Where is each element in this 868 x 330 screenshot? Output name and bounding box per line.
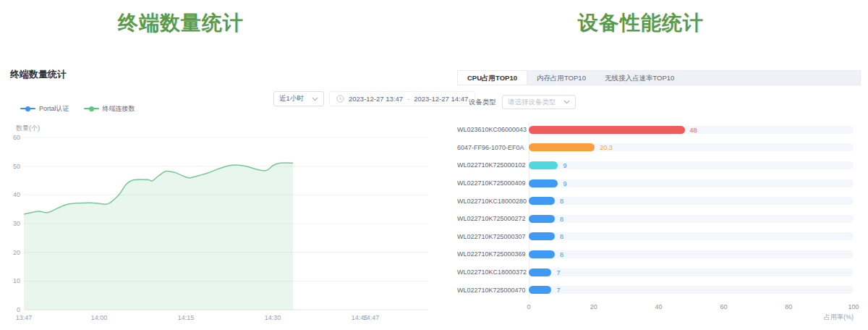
device-name-label: WL022710K725000102 <box>457 161 523 169</box>
x-tick-label: 14:30 <box>265 314 281 321</box>
bar-track: 8 <box>529 197 854 205</box>
chevron-down-icon <box>563 100 570 104</box>
page-title-terminal-stats: 终端数量统计 <box>118 9 244 37</box>
legend-item-terminal-connections[interactable]: 终端连接数 <box>84 104 135 114</box>
clock-icon <box>336 95 344 103</box>
x-tick-label: 20 <box>590 303 597 310</box>
time-range-select[interactable]: 近1小时 <box>273 91 324 106</box>
legend-label: 终端连接数 <box>103 104 135 114</box>
date-range-separator: - <box>407 95 409 103</box>
bar-value-label: 48 <box>690 127 697 134</box>
bar-row: WL022710K7250003698 <box>457 245 854 263</box>
x-tick-label: 14:00 <box>91 314 108 321</box>
bar-row: WL023610KC0600004348 <box>457 121 854 139</box>
bar-fill <box>529 215 555 223</box>
terminal-count-line-chart: 数量(个)010203040506013:4714:0014:1514:3014… <box>0 122 443 330</box>
bar-track: 8 <box>529 250 854 258</box>
bar-row: 6047-FF96-1070-EF0A20.3 <box>457 139 854 157</box>
bar-value-label: 8 <box>560 216 563 223</box>
bar-fill <box>529 126 685 134</box>
bar-fill <box>529 250 555 258</box>
bar-row: WL022710KC180002808 <box>457 192 854 210</box>
device-name-label: WL022710K725000470 <box>457 287 523 294</box>
y-axis-title: 数量(个) <box>16 124 40 132</box>
device-name-label: WL022710K725000307 <box>457 233 523 240</box>
bar-value-label: 7 <box>556 269 560 276</box>
device-name-label: WL023610KC06000043 <box>457 126 523 133</box>
device-name-label: WL022710KC18000372 <box>457 268 523 276</box>
date-range-picker[interactable]: 2023-12-27 13:47 - 2023-12-27 14:47 <box>329 91 475 106</box>
legend-dot-icon <box>25 106 30 111</box>
bar-row: WL022710K7250002728 <box>457 210 854 228</box>
bar-fill <box>529 232 555 240</box>
device-type-label: 设备类型 <box>469 98 496 107</box>
device-name-label: WL022710K725000409 <box>457 179 523 187</box>
bar-fill <box>529 179 558 187</box>
device-type-filter-row: 设备类型 请选择设备类型 <box>469 95 576 109</box>
x-tick-label: 0 <box>527 303 530 310</box>
bar-row: WL022710KC180003727 <box>457 263 854 282</box>
y-tick-label: 30 <box>13 220 20 227</box>
bar-value-label: 7 <box>556 287 560 294</box>
bar-track: 9 <box>529 161 854 169</box>
bar-track: 8 <box>529 215 854 223</box>
bar-fill <box>529 161 558 169</box>
bar-value-label: 8 <box>560 233 563 240</box>
x-tick-label: 40 <box>655 303 663 310</box>
bar-track: 7 <box>529 268 854 276</box>
bar-track: 7 <box>529 286 854 294</box>
tab-1-memory-top10[interactable]: 内存占用TOP10 <box>527 71 595 85</box>
terminal-connections-area <box>24 163 293 310</box>
tab-2-ap-rate-top10[interactable]: 无线接入点速率TOP10 <box>595 71 684 85</box>
cpu-top10-bar-chart: WL023610KC06000043486047-FF96-1070-EF0A2… <box>457 121 854 299</box>
bar-track: 48 <box>529 126 854 134</box>
x-tick-label: 13:47 <box>16 314 33 321</box>
bar-row: WL022710K7250004099 <box>457 174 854 192</box>
device-name-label: 6047-FF96-1070-EF0A <box>457 144 523 151</box>
y-tick-label: 60 <box>13 134 20 141</box>
time-range-value: 近1小时 <box>279 94 304 103</box>
bar-value-label: 8 <box>560 198 563 205</box>
page-title-device-performance: 设备性能统计 <box>578 9 704 37</box>
bar-value-label: 9 <box>563 162 566 169</box>
x-tick-label: 100 <box>848 303 859 310</box>
bar-track: 8 <box>529 232 854 240</box>
performance-tabs: CPU占用TOP10内存占用TOP10无线接入点速率TOP10 <box>457 70 861 85</box>
device-type-placeholder: 请选择设备类型 <box>508 98 556 107</box>
bar-fill <box>529 268 551 276</box>
chevron-down-icon <box>312 97 318 101</box>
bar-row: WL022710K7250001029 <box>457 156 854 174</box>
legend-marker-icon <box>84 108 99 109</box>
y-tick-label: 40 <box>13 191 20 198</box>
bar-track: 9 <box>529 179 854 187</box>
date-range-end: 2023-12-27 14:47 <box>414 95 468 103</box>
bar-fill <box>529 197 555 205</box>
bar-value-label: 8 <box>560 251 563 258</box>
bar-value-label: 9 <box>563 180 566 187</box>
x-tick-label: 80 <box>785 303 792 310</box>
monitoring-dashboard: { "left_panel": { "title": "终端数量统计", "he… <box>0 0 868 330</box>
legend-label: Portal认证 <box>39 104 69 114</box>
bar-chart-x-axis-title: 占用率(%) <box>824 313 854 322</box>
date-range-start: 2023-12-27 13:47 <box>349 95 403 103</box>
y-tick-label: 0 <box>17 306 20 313</box>
tab-0-cpu-top10[interactable]: CPU占用TOP10 <box>458 71 527 85</box>
line-chart-legend: Portal认证终端连接数 <box>20 104 135 113</box>
bar-fill <box>529 286 551 294</box>
x-tick-label: 14:15 <box>178 314 195 321</box>
bar-track: 20.3 <box>529 143 854 151</box>
bar-row: WL022710K7250004707 <box>457 281 854 299</box>
device-name-label: WL022710KC18000280 <box>457 198 523 205</box>
terminal-card-title: 终端数量统计 <box>10 68 67 81</box>
legend-dot-icon <box>89 106 94 111</box>
x-tick-label: 60 <box>720 303 727 310</box>
y-tick-label: 20 <box>13 249 20 256</box>
legend-marker-icon <box>20 108 35 109</box>
device-type-select[interactable]: 请选择设备类型 <box>502 95 576 109</box>
x-tick-label: 14:47 <box>363 314 380 321</box>
bar-chart-x-ticks: 020406080100 <box>529 303 854 312</box>
legend-item-portal-auth[interactable]: Portal认证 <box>20 104 69 114</box>
bar-row: WL022710K7250003078 <box>457 228 854 246</box>
device-name-label: WL022710K725000369 <box>457 250 523 258</box>
bar-value-label: 20.3 <box>600 144 613 151</box>
